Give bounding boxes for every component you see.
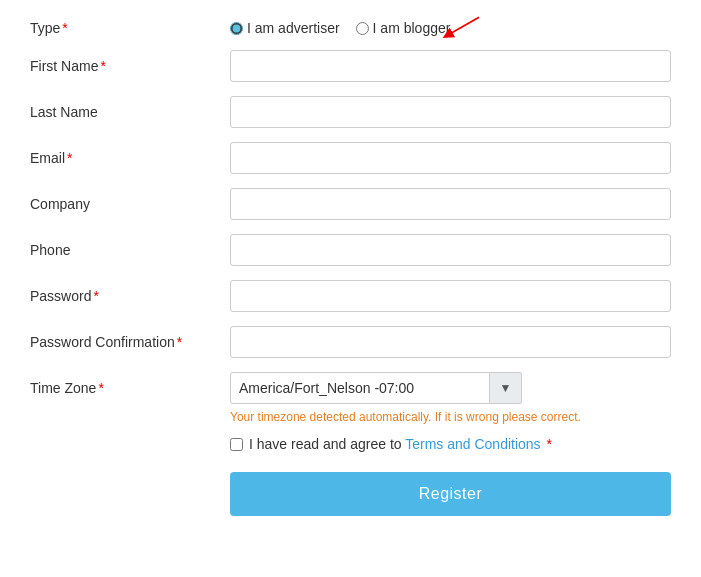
timezone-note: Your timezone detected automatically. If…: [230, 410, 671, 424]
blogger-radio-label[interactable]: I am blogger: [356, 20, 451, 36]
password-label: Password*: [30, 288, 230, 304]
register-button[interactable]: Register: [230, 472, 671, 516]
email-label: Email*: [30, 150, 230, 166]
terms-checkbox[interactable]: [230, 438, 243, 451]
type-label: Type*: [30, 20, 230, 36]
last-name-input[interactable]: [230, 96, 671, 128]
last-name-label: Last Name: [30, 104, 230, 120]
timezone-select[interactable]: America/Fort_Nelson -07:00 America/New_Y…: [230, 372, 490, 404]
password-confirmation-required-star: *: [177, 334, 182, 350]
timezone-row: Time Zone* America/Fort_Nelson -07:00 Am…: [30, 372, 671, 404]
type-radio-group: I am advertiser I am blogger: [230, 20, 671, 36]
email-row: Email*: [30, 142, 671, 174]
first-name-input[interactable]: [230, 50, 671, 82]
company-row: Company: [30, 188, 671, 220]
type-row: Type* I am advertiser I am blogger: [30, 20, 671, 36]
phone-input[interactable]: [230, 234, 671, 266]
blogger-radio[interactable]: [356, 22, 369, 35]
password-input[interactable]: [230, 280, 671, 312]
terms-label[interactable]: I have read and agree to Terms and Condi…: [249, 436, 552, 452]
advertiser-radio-label[interactable]: I am advertiser: [230, 20, 340, 36]
blogger-radio-text: I am blogger: [373, 20, 451, 36]
terms-required-star: *: [547, 436, 552, 452]
password-row: Password*: [30, 280, 671, 312]
timezone-label: Time Zone*: [30, 380, 230, 396]
terms-link[interactable]: Terms and Conditions: [405, 436, 540, 452]
timezone-select-wrapper: America/Fort_Nelson -07:00 America/New_Y…: [230, 372, 522, 404]
password-confirmation-row: Password Confirmation*: [30, 326, 671, 358]
type-required-star: *: [62, 20, 67, 36]
registration-form: Type* I am advertiser I am blogger: [30, 20, 671, 516]
terms-checkbox-row: I have read and agree to Terms and Condi…: [230, 436, 671, 452]
first-name-required-star: *: [100, 58, 105, 74]
company-input[interactable]: [230, 188, 671, 220]
timezone-dropdown-icon[interactable]: ▼: [490, 372, 522, 404]
last-name-row: Last Name: [30, 96, 671, 128]
timezone-required-star: *: [98, 380, 103, 396]
first-name-label: First Name*: [30, 58, 230, 74]
company-label: Company: [30, 196, 230, 212]
advertiser-radio[interactable]: [230, 22, 243, 35]
advertiser-radio-text: I am advertiser: [247, 20, 340, 36]
email-required-star: *: [67, 150, 72, 166]
first-name-row: First Name*: [30, 50, 671, 82]
email-input[interactable]: [230, 142, 671, 174]
svg-line-1: [448, 17, 480, 35]
phone-row: Phone: [30, 234, 671, 266]
phone-label: Phone: [30, 242, 230, 258]
password-required-star: *: [93, 288, 98, 304]
password-confirmation-label: Password Confirmation*: [30, 334, 230, 350]
password-confirmation-input[interactable]: [230, 326, 671, 358]
